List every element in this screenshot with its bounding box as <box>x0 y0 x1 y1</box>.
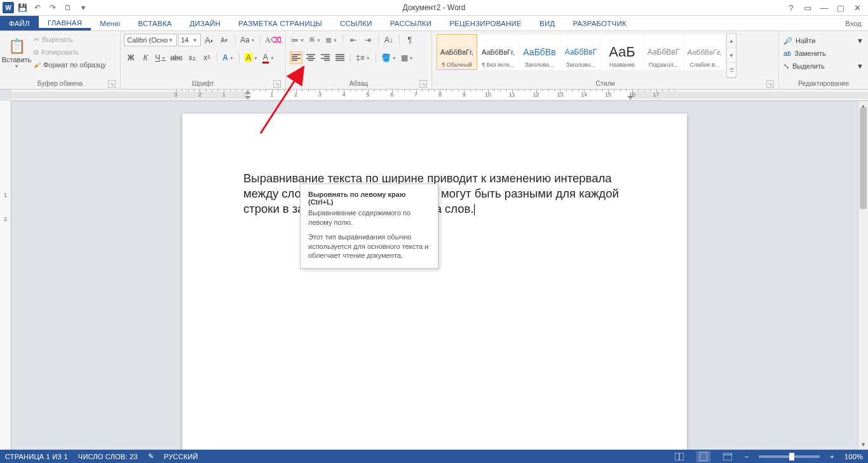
tab-developer[interactable]: РАЗРАБОТЧИК <box>564 16 635 30</box>
zoom-in-button[interactable]: + <box>830 453 834 460</box>
tab-references[interactable]: ССЫЛКИ <box>331 16 381 30</box>
group-paragraph: ≔▼ ≝▼ ≣▼ ⇤ ⇥ A↓ ¶ <box>286 31 432 89</box>
subscript-button[interactable]: x₂ <box>186 51 198 64</box>
vertical-scrollbar[interactable]: ▲ ▼ <box>858 101 868 450</box>
align-center-button[interactable] <box>304 51 317 64</box>
qat-undo-button[interactable]: ↶ <box>31 1 44 15</box>
increase-indent-button[interactable]: ⇥ <box>362 34 374 46</box>
bold-button[interactable]: Ж <box>125 51 137 64</box>
italic-button[interactable]: К <box>139 51 152 64</box>
close-button[interactable]: ✕ <box>849 1 865 15</box>
change-case-button[interactable]: Aa▼ <box>240 34 255 46</box>
tab-review[interactable]: РЕЦЕНЗИРОВАНИЕ <box>440 16 531 30</box>
style-item-2[interactable]: АаБбВвЗаголово... <box>519 34 560 70</box>
highlight-button[interactable]: A▼ <box>243 51 259 64</box>
status-page[interactable]: СТРАНИЦА 1 ИЗ 1 <box>5 453 68 460</box>
paragraph-dialog-launcher[interactable]: ↘ <box>419 80 427 88</box>
style-item-3[interactable]: АаБбВвГЗаголово... <box>560 34 601 70</box>
style-gallery[interactable]: АаБбВвГг,¶ ОбычныйАаБбВвГг,¶ Без инте...… <box>435 33 726 78</box>
zoom-slider[interactable] <box>759 455 820 458</box>
align-right-button[interactable] <box>319 51 332 64</box>
page[interactable]: Выравнивание текста по ширине приводит к… <box>182 114 687 450</box>
zoom-slider-knob[interactable] <box>789 453 794 460</box>
numbering-button[interactable]: ≝▼ <box>308 34 322 46</box>
tab-design[interactable]: ДИЗАЙН <box>180 16 229 30</box>
underline-button[interactable]: Ч▼ <box>154 51 167 64</box>
svg-rect-3 <box>700 452 707 461</box>
vertical-ruler[interactable]: 12 <box>0 101 11 450</box>
tab-view[interactable]: ВИД <box>531 16 564 30</box>
cut-button[interactable]: ✂Вырезать <box>32 33 107 46</box>
font-color-button[interactable]: A▼ <box>261 51 276 64</box>
tab-mailings[interactable]: РАССЫЛКИ <box>381 16 440 30</box>
borders-button[interactable]: ▦▼ <box>400 51 415 64</box>
shrink-font-button[interactable]: A▾ <box>218 34 231 46</box>
group-editing: 🔎Найти▼ abЗаменить ⤡Выделить▼ Редактиров… <box>779 31 868 89</box>
font-dialog-launcher[interactable]: ↘ <box>273 80 281 88</box>
decrease-indent-button[interactable]: ⇤ <box>347 34 360 46</box>
workspace: 3211234567891011121314151617 12 ▲ ▼ Выра… <box>0 90 868 450</box>
find-button[interactable]: 🔎Найти▼ <box>782 34 865 47</box>
view-web-layout-button[interactable] <box>721 451 735 462</box>
view-read-mode-button[interactable] <box>672 451 686 462</box>
replace-icon: ab <box>783 50 791 57</box>
select-button[interactable]: ⤡Выделить▼ <box>782 60 865 72</box>
view-print-layout-button[interactable] <box>696 451 710 462</box>
styles-dialog-launcher[interactable]: ↘ <box>766 80 774 88</box>
superscript-button[interactable]: x² <box>200 51 213 64</box>
tab-insert[interactable]: ВСТАВКА <box>129 16 180 30</box>
document-area[interactable]: Выравнивание текста по ширине приводит к… <box>11 101 858 450</box>
paste-button[interactable]: 📋 Вставить ▼ <box>3 33 30 74</box>
status-word-count[interactable]: ЧИСЛО СЛОВ: 23 <box>78 453 138 460</box>
tab-home[interactable]: ГЛАВНАЯ <box>39 16 91 30</box>
show-marks-button[interactable]: ¶ <box>403 34 416 46</box>
align-left-button[interactable] <box>290 51 302 64</box>
style-nav-more[interactable]: ☰ <box>727 63 736 77</box>
style-item-6[interactable]: АаБбВвГг,Слабое в... <box>684 34 725 70</box>
copy-button[interactable]: ⧉Копировать <box>32 46 107 58</box>
scroll-thumb[interactable] <box>860 107 867 209</box>
window-title: Документ2 - Word <box>402 3 465 12</box>
font-name-combo[interactable]: Calibri (Осно▼ <box>124 34 177 46</box>
ribbon-options-button[interactable]: ▭ <box>799 1 816 15</box>
format-painter-button[interactable]: 🖌Формат по образцу <box>32 58 107 71</box>
text-effects-button[interactable]: A▼ <box>221 51 235 64</box>
style-item-5[interactable]: АаБбВвГПодзагол... <box>643 34 684 70</box>
grow-font-button[interactable]: A▴ <box>203 34 215 46</box>
line-spacing-button[interactable]: ‡≡▼ <box>355 51 372 64</box>
sign-in-link[interactable]: Вход <box>836 16 868 30</box>
tab-file[interactable]: ФАЙЛ <box>0 16 39 30</box>
shading-button[interactable]: 🪣▼ <box>380 51 398 64</box>
justify-button[interactable] <box>334 51 346 64</box>
zoom-level[interactable]: 100% <box>844 453 863 460</box>
clipboard-dialog-launcher[interactable]: ↘ <box>108 80 116 88</box>
multilevel-list-button[interactable]: ≣▼ <box>324 34 339 46</box>
bullets-button[interactable]: ≔▼ <box>290 34 306 46</box>
font-size-combo[interactable]: 14▼ <box>178 34 201 46</box>
style-item-0[interactable]: АаБбВвГг,¶ Обычный <box>437 34 477 70</box>
style-item-1[interactable]: АаБбВвГг,¶ Без инте... <box>478 34 519 70</box>
tab-menu[interactable]: Меню <box>91 16 129 30</box>
style-nav-down[interactable]: ▼ <box>727 48 736 63</box>
qat-redo-button[interactable]: ↷ <box>46 1 60 15</box>
status-proofing[interactable]: ✎ <box>148 452 154 460</box>
status-language[interactable]: РУССКИЙ <box>164 453 198 460</box>
zoom-out-button[interactable]: − <box>745 453 749 460</box>
style-item-4[interactable]: АаБНазвание <box>602 34 642 70</box>
maximize-button[interactable]: ▢ <box>832 1 849 15</box>
clear-formatting-button[interactable]: A⌫ <box>265 34 281 46</box>
horizontal-ruler[interactable]: 3211234567891011121314151617 <box>11 90 868 101</box>
strikethrough-button[interactable]: abc <box>169 51 184 64</box>
help-button[interactable]: ? <box>783 1 799 15</box>
align-right-icon <box>321 54 330 62</box>
tab-layout[interactable]: РАЗМЕТКА СТРАНИЦЫ <box>229 16 331 30</box>
replace-button[interactable]: abЗаменить <box>782 47 865 60</box>
qat-save-button[interactable]: 💾 <box>15 1 29 15</box>
group-font-label: Шрифт <box>192 79 214 87</box>
qat-customize-button[interactable]: ▾ <box>76 1 90 15</box>
qat-newdoc-button[interactable]: 🗋 <box>61 1 75 15</box>
sort-button[interactable]: A↓ <box>383 34 395 46</box>
scroll-down-button[interactable]: ▼ <box>858 440 868 450</box>
minimize-button[interactable]: — <box>816 1 832 15</box>
style-nav-up[interactable]: ▲ <box>727 34 736 48</box>
